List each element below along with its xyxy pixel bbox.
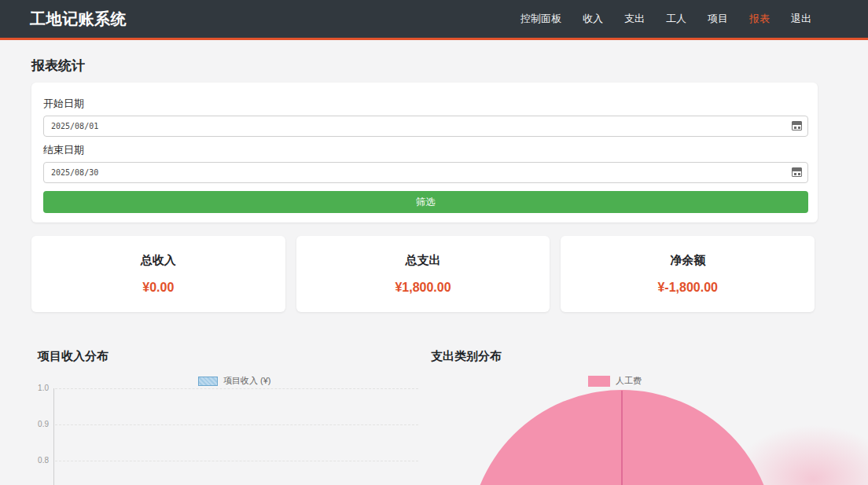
- total-expense-value: ¥1,800.00: [395, 281, 451, 295]
- expense-chart-legend[interactable]: 人工费: [588, 375, 642, 387]
- calendar-icon[interactable]: [792, 167, 802, 177]
- end-date-label: 结束日期: [43, 143, 806, 157]
- nav-item-dashboard[interactable]: 控制面板: [520, 12, 561, 26]
- expense-legend-label: 人工费: [616, 375, 642, 387]
- income-chart-legend[interactable]: 项目收入 (¥): [198, 375, 271, 387]
- net-balance-label: 净余额: [670, 253, 705, 268]
- net-balance-value: ¥-1,800.00: [657, 281, 718, 295]
- nav-item-workers[interactable]: 工人: [666, 12, 686, 26]
- nav-item-projects[interactable]: 项目: [708, 12, 728, 26]
- total-expense-card: 总支出 ¥1,800.00: [296, 236, 550, 312]
- income-legend-label: 项目收入 (¥): [223, 375, 271, 387]
- y-axis-line: [53, 388, 54, 485]
- date-filter-card: 开始日期 结束日期 筛选: [31, 83, 818, 222]
- top-navbar: 工地记账系统 控制面板 收入 支出 工人 项目 报表 退出: [0, 0, 868, 40]
- end-date-input[interactable]: [43, 162, 808, 183]
- total-income-label: 总收入: [141, 253, 176, 268]
- pie-legend-swatch-icon: [588, 376, 610, 387]
- y-tick-label: 0.8: [31, 456, 49, 465]
- filter-submit-button[interactable]: 筛选: [43, 191, 808, 213]
- y-tick-label: 0.9: [31, 420, 49, 428]
- page-title: 报表统计: [31, 57, 85, 75]
- gridline: [55, 388, 418, 389]
- total-income-card: 总收入 ¥0.00: [31, 236, 285, 312]
- gridline: [55, 424, 418, 425]
- end-date-wrap: [43, 162, 808, 183]
- app-title: 工地记账系统: [30, 9, 127, 30]
- nav-item-expense[interactable]: 支出: [624, 12, 645, 26]
- y-tick-label: 1.0: [31, 384, 49, 392]
- bar-legend-swatch-icon: [198, 377, 218, 386]
- summary-stats-row: 总收入 ¥0.00 总支出 ¥1,800.00 净余额 ¥-1,800.00: [31, 236, 815, 312]
- net-balance-card: 净余额 ¥-1,800.00: [561, 236, 815, 312]
- nav-item-reports[interactable]: 报表: [749, 12, 770, 26]
- start-date-label: 开始日期: [43, 97, 806, 111]
- pie-slice-divider: [621, 391, 623, 485]
- nav-menu: 控制面板 收入 支出 工人 项目 报表 退出: [520, 12, 811, 26]
- app-window: 工地记账系统 控制面板 收入 支出 工人 项目 报表 退出 报表统计 开始日期 …: [0, 0, 868, 485]
- calendar-icon[interactable]: [792, 121, 802, 130]
- total-income-value: ¥0.00: [142, 281, 174, 295]
- gridline: [55, 461, 418, 461]
- expense-chart-title: 支出类别分布: [431, 349, 502, 364]
- nav-item-logout[interactable]: 退出: [791, 12, 811, 26]
- start-date-input[interactable]: [43, 116, 808, 137]
- total-expense-label: 总支出: [406, 253, 441, 268]
- nav-item-income[interactable]: 收入: [583, 12, 603, 26]
- income-chart-title: 项目收入分布: [38, 349, 108, 364]
- start-date-wrap: [43, 116, 808, 137]
